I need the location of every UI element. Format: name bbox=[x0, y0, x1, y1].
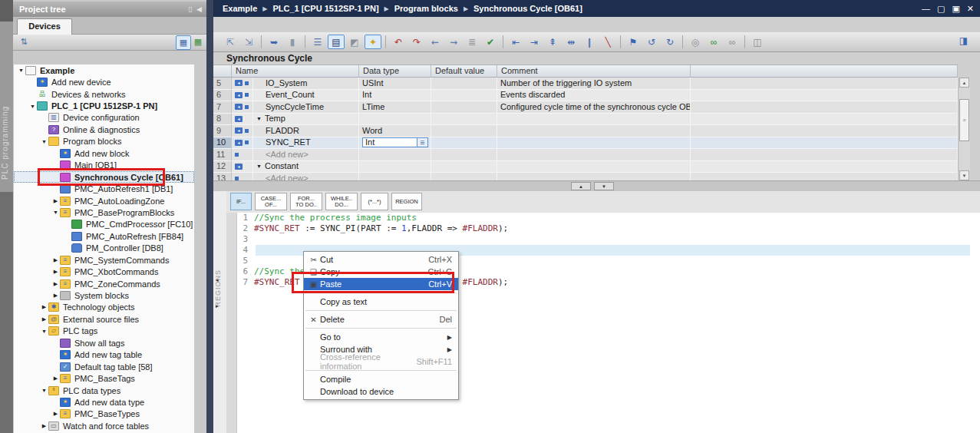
expand-arrow-icon[interactable]: ▶ bbox=[51, 198, 60, 204]
expand-arrow-icon[interactable]: ▶ bbox=[51, 269, 60, 275]
insert-row-after-icon[interactable]: ⇲ bbox=[240, 35, 257, 49]
snippet-tab-while-do[interactable]: WHILE..DO... bbox=[325, 193, 358, 210]
scroll-up-icon[interactable]: ▲ bbox=[959, 78, 969, 88]
code-line-3[interactable]: 3 bbox=[226, 234, 980, 245]
tree-item-pmc-systemcommands[interactable]: ▶≡PMC_SystemCommands bbox=[14, 254, 194, 266]
tree-item-program-blocks[interactable]: ▼Program blocks bbox=[14, 136, 194, 147]
tree-item-add-new-data-type[interactable]: ✶Add new data type bbox=[14, 396, 194, 408]
snapshot-icon[interactable]: ◫ bbox=[749, 35, 766, 49]
table-row-11[interactable]: 11<Add new> bbox=[213, 149, 958, 161]
unindent-icon[interactable]: ⇞ bbox=[544, 35, 561, 49]
monitor-off-icon[interactable]: ∞ bbox=[724, 35, 741, 49]
tree-item-plc-data-types[interactable]: ▼ᵟPLC data types bbox=[14, 385, 194, 396]
tree-item-devices-networks[interactable]: 品Devices & networks bbox=[14, 88, 194, 100]
close-button[interactable]: ✕ bbox=[967, 4, 974, 14]
outdent-icon[interactable]: ⇤ bbox=[507, 35, 524, 49]
panel-divider[interactable] bbox=[206, 0, 213, 433]
tree-item-pmc-xbotcommands[interactable]: ▶≡PMC_XbotCommands bbox=[14, 266, 194, 277]
prev-breakpoint-icon[interactable]: ↺ bbox=[643, 35, 660, 49]
menu-item-compile[interactable]: Compile bbox=[304, 373, 458, 385]
consistency-check-icon[interactable]: ✔ bbox=[482, 35, 499, 49]
snippet-tab-for-to-do[interactable]: FOR...TO DO.. bbox=[290, 193, 322, 210]
keep-block-icon[interactable]: ▮ bbox=[284, 35, 301, 49]
menu-item-copy-as-text[interactable]: Copy as text bbox=[304, 296, 458, 308]
portal-rail-label[interactable]: PLC programming bbox=[1, 26, 12, 180]
jump-back-icon[interactable]: ⇜ bbox=[427, 35, 444, 49]
collapse-arrow-icon[interactable]: ▼ bbox=[40, 139, 48, 144]
undo-changes-icon[interactable]: ↶ bbox=[390, 35, 407, 49]
table-row-10[interactable]: 10◂SYNC_RETInt☰ bbox=[213, 137, 958, 150]
collapse-arrow-icon[interactable]: ▼ bbox=[28, 104, 37, 109]
collapse-arrow-icon[interactable]: ▼ bbox=[40, 329, 48, 334]
monitor-modify-icon[interactable]: ◩ bbox=[346, 35, 363, 49]
expand-arrow-icon[interactable]: ▶ bbox=[40, 304, 48, 310]
show-comments-icon[interactable]: ≣ bbox=[464, 35, 480, 49]
column-header-name[interactable]: Name bbox=[232, 65, 359, 78]
menu-item-go-to[interactable]: Go to▶ bbox=[304, 331, 458, 343]
column-header-blank[interactable] bbox=[691, 65, 958, 78]
expand-arrow-icon[interactable]: ▶ bbox=[40, 316, 48, 322]
absolute-relative-icon[interactable]: ⇹ bbox=[563, 35, 579, 49]
minimize-button[interactable]: — bbox=[922, 4, 930, 13]
expand-arrow-icon[interactable]: ▶ bbox=[51, 281, 60, 287]
expand-arrow-icon[interactable]: ▶ bbox=[51, 411, 60, 417]
download-block-icon[interactable]: ➥ bbox=[266, 35, 282, 49]
combo-open-icon[interactable]: ☰ bbox=[417, 138, 427, 147]
expand-arrow-icon[interactable]: ▶ bbox=[51, 293, 60, 299]
tree-item-technology-objects[interactable]: ▶✱Technology objects bbox=[14, 302, 194, 313]
tree-item-external-source-files[interactable]: ▶@External source files bbox=[14, 313, 194, 325]
tree-item-device-configuration[interactable]: ▥Device configuration bbox=[14, 112, 194, 124]
tree-item-add-new-device[interactable]: ✶Add new device bbox=[14, 76, 194, 88]
section-collapse-icon[interactable]: ▼ bbox=[256, 114, 262, 125]
breadcrumb-item-plc-1-cpu-1512sp-1-pn[interactable]: PLC_1 [CPU 1512SP-1 PN] bbox=[272, 4, 378, 13]
regions-expand-icon[interactable]: ▸ bbox=[216, 303, 219, 309]
sort-icon[interactable]: ⇅ bbox=[17, 35, 31, 48]
collapse-arrow-icon[interactable]: ▼ bbox=[51, 210, 60, 215]
tree-item-system-blocks[interactable]: ▶System blocks bbox=[14, 289, 194, 301]
tree-item-plc-tags[interactable]: ▼▱PLC tags bbox=[14, 326, 194, 337]
split-editor-icon[interactable]: ◨ bbox=[959, 35, 968, 47]
table-row-9[interactable]: 9◂FLADDRWord bbox=[213, 125, 958, 137]
expand-arrow-icon[interactable]: ▶ bbox=[51, 375, 60, 382]
table-row-7[interactable]: 7◂SyncCycleTimeLTimeConfigured cycle tim… bbox=[213, 101, 958, 114]
breakpoint-flag-icon[interactable]: ⚑ bbox=[625, 35, 642, 49]
breadcrumb-item-synchronous-cycle-ob61[interactable]: Synchronous Cycle [OB61] bbox=[474, 4, 582, 13]
collapse-arrow-icon[interactable]: ▼ bbox=[40, 388, 48, 393]
section-collapse-icon[interactable]: ▼ bbox=[256, 161, 262, 173]
regions-sidebar[interactable]: REGIONS ◂ ▸ bbox=[213, 191, 227, 433]
regions-collapse-icon[interactable]: ◂ bbox=[216, 277, 219, 283]
expand-arrow-icon[interactable]: ▶ bbox=[40, 423, 48, 429]
favorites-icon[interactable]: ✦ bbox=[365, 35, 381, 49]
network-list-icon[interactable]: ☰ bbox=[309, 35, 326, 49]
breadcrumb-item-example[interactable]: Example bbox=[223, 4, 257, 13]
menu-item-download-to-device[interactable]: Download to device bbox=[304, 385, 458, 398]
snippet-tab-[interactable]: (*...*) bbox=[361, 193, 388, 210]
code-line-1[interactable]: 1//Sync the procress image inputs bbox=[226, 213, 980, 223]
table-row-6[interactable]: 6◂Event_CountIntEvents discarded bbox=[213, 90, 958, 102]
table-row-8[interactable]: 8◂▼Temp bbox=[213, 114, 958, 126]
tree-item-show-all-tags[interactable]: Show all tags bbox=[14, 337, 194, 349]
go-online-icon[interactable]: ◎ bbox=[687, 35, 704, 49]
collapse-panel-icon[interactable]: ◀ bbox=[196, 2, 202, 17]
tree-item-pmc-basetypes[interactable]: ▶≡PMC_BaseTypes bbox=[14, 408, 194, 420]
collapse-arrow-icon[interactable]: ▼ bbox=[17, 68, 25, 73]
tree-item-pmc-autorefresh-fb84[interactable]: PMC_AutoRefresh [FB84] bbox=[14, 230, 194, 242]
tree-item-pmc-zonecommands[interactable]: ▶≡PMC_ZoneCommands bbox=[14, 278, 194, 289]
block-interface-icon[interactable]: ▤ bbox=[328, 35, 345, 49]
expand-down-button[interactable]: ▼ bbox=[594, 182, 614, 190]
expand-up-button[interactable]: ▲ bbox=[571, 182, 591, 190]
restore-button[interactable]: ▢ bbox=[937, 4, 945, 14]
float-panel-icon[interactable]: ▯ bbox=[188, 2, 192, 17]
column-header-default-value[interactable]: Default value bbox=[431, 65, 497, 78]
tree-item-watch-and-force-tables[interactable]: ▶▭Watch and force tables bbox=[14, 420, 194, 431]
scroll-down-icon[interactable]: ▼ bbox=[959, 170, 969, 180]
table-row-12[interactable]: 12◂▼Constant bbox=[213, 161, 958, 174]
tree-item-default-tag-table-58[interactable]: ✓Default tag table [58] bbox=[14, 361, 194, 372]
menu-item-delete[interactable]: ✕DeleteDel bbox=[304, 313, 458, 326]
snippet-tab-case-of[interactable]: CASE...OF... bbox=[255, 193, 287, 210]
tree-item-pmc-cmdprocessor-fc10[interactable]: PMC_CmdProcessor [FC10] bbox=[14, 219, 194, 230]
next-breakpoint-icon[interactable]: ↻ bbox=[662, 35, 678, 49]
remove-bookmark-icon[interactable]: ╲ bbox=[599, 35, 616, 49]
tree-item-pmc-autoloadingzone[interactable]: ▶≡PMC_AutoLoadingZone bbox=[14, 195, 194, 207]
tree-item-add-new-tag-table[interactable]: ✶Add new tag table bbox=[14, 349, 194, 361]
